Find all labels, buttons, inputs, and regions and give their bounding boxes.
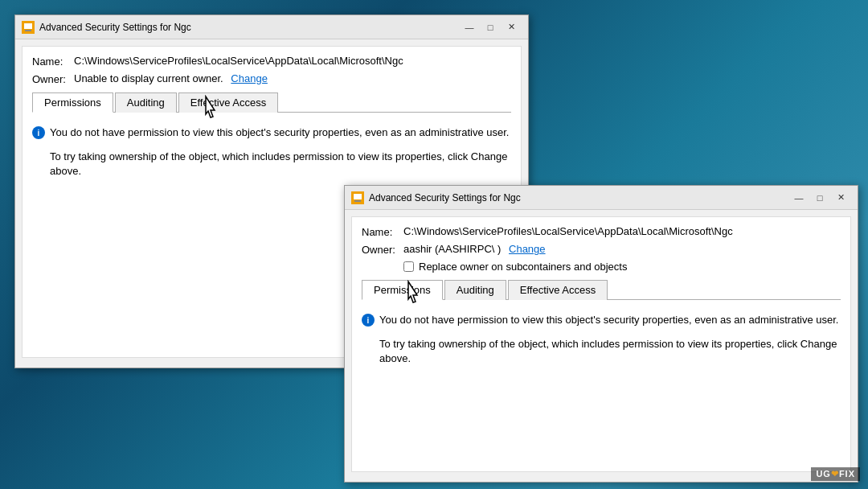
maximize-button-2[interactable]: □ [809, 188, 830, 208]
tab-auditing-1[interactable]: Auditing [115, 92, 177, 113]
tab-effective-access-2[interactable]: Effective Access [508, 280, 608, 300]
owner-row-2: Owner: aashir (AASHIRPC\ ) Change [362, 243, 841, 256]
checkbox-row-2: Replace owner on subcontainers and objec… [403, 261, 841, 273]
info-text-1: You do not have permission to view this … [50, 125, 509, 140]
tab-effective-access-1[interactable]: Effective Access [178, 92, 278, 113]
owner-value-1: Unable to display current owner. Change [74, 72, 511, 84]
info-text2-2: To try taking ownership of the object, w… [362, 337, 841, 366]
name-value-2: C:\Windows\ServiceProfiles\LocalService\… [403, 225, 841, 237]
svg-rect-4 [354, 194, 362, 199]
tabs-2: Permissions Auditing Effective Access [362, 279, 841, 300]
svg-rect-2 [25, 30, 31, 31]
window-controls-2: — □ ✕ [788, 188, 851, 208]
tab-permissions-1[interactable]: Permissions [32, 92, 113, 113]
checkbox-label: Replace owner on subcontainers and objec… [419, 261, 627, 273]
tab-permissions-2[interactable]: Permissions [362, 280, 443, 300]
name-row-1: Name: C:\Windows\ServiceProfiles\LocalSe… [32, 55, 511, 68]
watermark: UG❤FIX [811, 467, 860, 481]
change-link-1[interactable]: Change [231, 72, 268, 84]
change-link-2[interactable]: Change [509, 243, 546, 255]
owner-row-1: Owner: Unable to display current owner. … [32, 72, 511, 85]
info-icon-2: i [362, 314, 375, 327]
maximize-button-1[interactable]: □ [480, 18, 501, 37]
title-bar-1[interactable]: Advanced Security Settings for Ngc — □ ✕ [15, 15, 528, 39]
info-icon-1: i [32, 126, 45, 139]
svg-rect-5 [354, 200, 361, 202]
window-2: Advanced Security Settings for Ngc — □ ✕… [344, 185, 858, 483]
info-text2-1: To try taking ownership of the object, w… [32, 150, 511, 179]
replace-owner-checkbox[interactable] [403, 261, 414, 272]
window-icon-2 [351, 191, 364, 204]
window-title-1: Advanced Security Settings for Ngc [39, 22, 459, 33]
minimize-button-1[interactable]: — [459, 18, 480, 37]
tab-auditing-2[interactable]: Auditing [444, 280, 506, 300]
owner-label-2: Owner: [362, 243, 403, 256]
owner-label-1: Owner: [32, 72, 74, 85]
name-label-2: Name: [362, 225, 403, 238]
window-title-2: Advanced Security Settings for Ngc [369, 192, 788, 203]
name-label-1: Name: [32, 55, 74, 68]
info-box-1: i You do not have permission to view thi… [32, 122, 511, 143]
owner-value-2: aashir (AASHIRPC\ ) Change [403, 243, 841, 255]
close-button-2[interactable]: ✕ [830, 188, 851, 208]
close-button-1[interactable]: ✕ [501, 18, 522, 37]
window-controls-1: — □ ✕ [459, 18, 522, 37]
minimize-button-2[interactable]: — [788, 188, 809, 208]
info-box-2: i You do not have permission to view thi… [362, 310, 841, 331]
title-bar-2[interactable]: Advanced Security Settings for Ngc — □ ✕ [345, 186, 858, 210]
window-icon-1 [22, 21, 35, 34]
info-text-2: You do not have permission to view this … [379, 313, 838, 327]
tabs-1: Permissions Auditing Effective Access [32, 92, 511, 113]
svg-rect-1 [24, 23, 32, 29]
name-row-2: Name: C:\Windows\ServiceProfiles\LocalSe… [362, 225, 841, 238]
name-value-1: C:\Windows\ServiceProfiles\LocalService\… [74, 55, 511, 67]
